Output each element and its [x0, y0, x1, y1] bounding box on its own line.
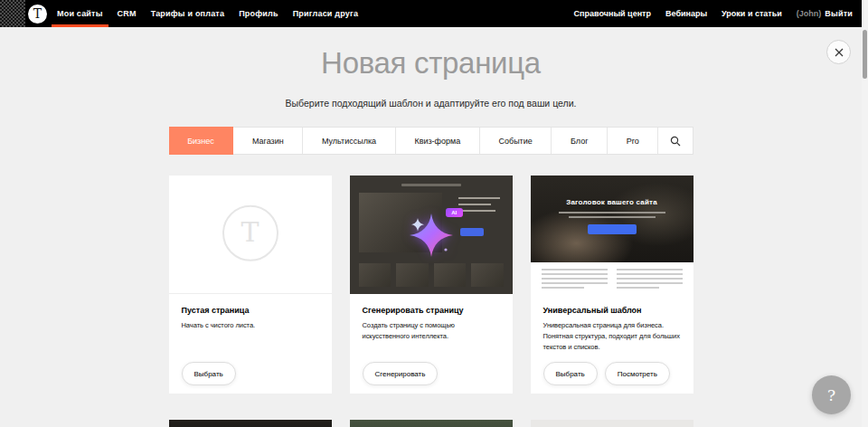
page-title: Новая страница: [0, 47, 862, 80]
card-body: Универсальный шаблон Универсальная стран…: [531, 294, 693, 352]
scrollbar-thumb[interactable]: [863, 30, 867, 79]
top-navbar: T Мои сайты CRM Тарифы и оплата Профиль …: [0, 0, 862, 27]
tab-blog[interactable]: Блог: [552, 128, 608, 154]
template-cards-grid-row2: [169, 420, 693, 427]
tab-event[interactable]: Событие: [480, 128, 552, 154]
card-actions: Выбрать Посмотреть: [543, 362, 670, 385]
ai-preview-mock-button: [460, 228, 484, 236]
card-description: Универсальная страница для бизнеса. Поня…: [543, 320, 684, 352]
blank-template-preview[interactable]: T: [169, 176, 332, 294]
card-title: Сгенерировать страницу: [363, 306, 504, 315]
ai-sparkle-icon: [406, 210, 457, 261]
template-card-blank: T Пустая страница Начать с чистого листа…: [169, 176, 332, 394]
template-cards-grid: T Пустая страница Начать с чистого листа…: [169, 176, 693, 394]
screen: T Мои сайты CRM Тарифы и оплата Профиль …: [0, 0, 868, 427]
universal-preview-heading: Заголовок вашего сайта: [531, 176, 693, 206]
nav-invite-friend[interactable]: Пригласи друга: [286, 0, 365, 27]
preview-universal-button[interactable]: Посмотреть: [605, 362, 670, 385]
universal-preview-body-text: [531, 262, 693, 294]
nav-profile[interactable]: Профиль: [231, 0, 286, 27]
help-button[interactable]: ?: [812, 375, 851, 414]
tilda-logo-letter: T: [33, 7, 42, 20]
tilda-pattern-logo[interactable]: [0, 0, 25, 27]
nav-help-center[interactable]: Справочный центр: [567, 9, 658, 18]
card-body: Пустая страница Начать с чистого листа.: [169, 294, 332, 331]
nav-webinars[interactable]: Вебинары: [658, 9, 714, 18]
card-actions: Выбрать: [182, 362, 236, 385]
card-title: Пустая страница: [182, 306, 323, 315]
secondary-menu: Справочный центр Вебинары Уроки и статьи…: [567, 0, 860, 27]
template-card-universal: Заголовок вашего сайта Универсальный шаб…: [531, 176, 693, 394]
close-icon: [835, 48, 844, 57]
card-description: Начать с чистого листа.: [182, 320, 323, 331]
universal-preview-cta-button: [588, 224, 637, 234]
card-title: Универсальный шаблон: [543, 306, 684, 315]
logout-link[interactable]: Выйти: [822, 9, 860, 18]
search-icon: [670, 136, 681, 147]
tab-search[interactable]: [658, 128, 692, 154]
select-blank-button[interactable]: Выбрать: [182, 362, 236, 385]
nav-pricing[interactable]: Тарифы и оплата: [144, 0, 231, 27]
nav-crm[interactable]: CRM: [110, 0, 144, 27]
template-category-tabs: Бизнес Магазин Мультиссылка Квиз-форма С…: [169, 127, 693, 155]
new-page-dialog: Новая страница Выберите подходящий шабло…: [0, 27, 862, 427]
tilda-watermark-icon: T: [222, 205, 278, 261]
tab-shop[interactable]: Магазин: [233, 128, 303, 154]
universal-preview-text-line: [559, 212, 665, 214]
template-card-partial-3[interactable]: [531, 420, 693, 427]
nav-lessons[interactable]: Уроки и статьи: [714, 9, 789, 18]
user-name: (John): [789, 9, 823, 18]
nav-my-sites[interactable]: Мои сайты: [50, 0, 110, 27]
select-universal-button[interactable]: Выбрать: [543, 362, 598, 385]
universal-template-preview[interactable]: Заголовок вашего сайта: [531, 176, 693, 294]
page-subtitle: Выберите подходящий шаблон и адаптируйте…: [0, 98, 862, 109]
card-description: Создать страницу с помощью искусственног…: [363, 320, 504, 341]
tilda-logo[interactable]: T: [28, 5, 47, 24]
card-body: Сгенерировать страницу Создать страницу …: [350, 294, 513, 341]
tab-multilink[interactable]: Мультиссылка: [303, 128, 395, 154]
template-card-ai: AI Сгенерировать страницу Создать страни…: [350, 176, 513, 394]
template-card-partial-2[interactable]: [350, 420, 513, 427]
template-card-partial-1[interactable]: [169, 420, 332, 427]
universal-preview-text-line: [569, 216, 656, 218]
main-menu: Мои сайты CRM Тарифы и оплата Профиль Пр…: [50, 0, 365, 27]
card-actions: Сгенерировать: [363, 362, 439, 385]
ai-preview-mock-text: [458, 197, 500, 216]
tab-pro[interactable]: Pro: [608, 128, 658, 154]
ai-preview-mock-header: [401, 184, 461, 186]
ai-preview-mock-thumbnails: [359, 263, 504, 287]
ai-template-preview[interactable]: AI: [350, 176, 513, 294]
generate-button[interactable]: Сгенерировать: [363, 362, 439, 385]
scrollbar[interactable]: [862, 0, 868, 427]
universal-preview-hero: Заголовок вашего сайта: [531, 176, 693, 262]
close-button[interactable]: [826, 40, 851, 64]
tab-business[interactable]: Бизнес: [169, 127, 234, 155]
tab-quiz-form[interactable]: Квиз-форма: [396, 128, 480, 154]
ai-badge: AI: [446, 208, 463, 217]
